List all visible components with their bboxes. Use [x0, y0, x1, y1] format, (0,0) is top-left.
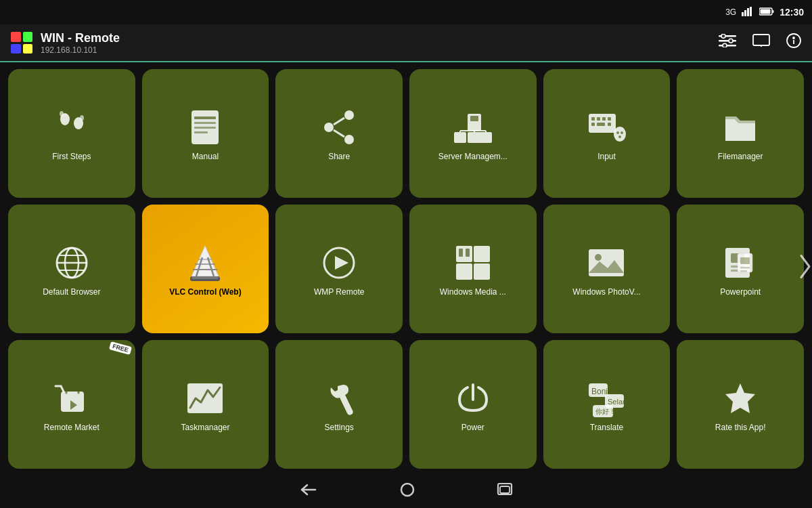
signal-icon [742, 7, 754, 18]
svg-rect-87 [187, 383, 223, 413]
svg-point-12 [723, 43, 727, 47]
back-button[interactable] [299, 482, 318, 501]
svg-text:Selam!: Selam! [608, 398, 627, 406]
app-title: WIN - Remote [41, 31, 120, 45]
home-button[interactable] [399, 482, 415, 502]
tile-power-label: Power [461, 423, 484, 432]
tile-wmp-remote-label: WMP Remote [314, 287, 364, 297]
tile-default-browser-label: Default Browser [43, 287, 100, 297]
svg-rect-34 [470, 116, 478, 121]
svg-rect-97 [401, 484, 413, 496]
svg-rect-42 [591, 117, 595, 121]
info-button[interactable] [786, 33, 801, 52]
title-bar: WIN - Remote 192.168.10.101 [0, 24, 812, 62]
svg-rect-72 [459, 249, 463, 257]
status-time: 12:30 [780, 7, 804, 18]
svg-rect-70 [456, 263, 472, 280]
svg-rect-1 [744, 10, 746, 16]
svg-point-52 [618, 135, 621, 138]
svg-rect-35 [468, 132, 492, 143]
tile-default-browser[interactable]: Default Browser [8, 205, 135, 333]
svg-rect-83 [740, 267, 750, 269]
tile-powerpoint-label: Powerpoint [720, 287, 761, 297]
tile-settings[interactable]: Settings [275, 340, 403, 469]
svg-marker-67 [335, 256, 348, 270]
svg-marker-95 [725, 383, 755, 413]
svg-rect-43 [597, 117, 600, 121]
svg-rect-2 [747, 8, 749, 16]
tile-first-steps[interactable]: First Steps [8, 69, 135, 198]
recent-button[interactable] [497, 482, 513, 501]
settings-button[interactable] [719, 34, 736, 51]
network-icon: 3G [725, 7, 736, 17]
svg-point-10 [721, 34, 725, 38]
svg-point-28 [344, 110, 354, 120]
nav-bar [0, 475, 812, 508]
svg-line-31 [334, 118, 344, 125]
svg-rect-25 [194, 122, 216, 124]
tile-windows-media[interactable]: Windows Media ... [409, 205, 537, 333]
app-logo [11, 32, 32, 54]
tile-input[interactable]: Input [543, 69, 671, 198]
tile-translate-label: Translate [590, 423, 624, 432]
svg-rect-99 [500, 486, 510, 493]
tile-input-label: Input [597, 152, 616, 161]
logo-sq-2 [23, 32, 33, 42]
svg-rect-0 [742, 12, 744, 16]
svg-rect-47 [597, 123, 605, 126]
svg-line-32 [334, 130, 344, 137]
svg-rect-84 [740, 270, 747, 272]
svg-point-22 [80, 115, 84, 121]
title-text: WIN - Remote 192.168.10.101 [41, 31, 120, 55]
svg-rect-73 [466, 249, 470, 257]
svg-rect-69 [474, 246, 490, 262]
svg-rect-5 [773, 10, 774, 13]
logo-sq-3 [11, 44, 21, 54]
svg-rect-68 [456, 246, 472, 262]
tile-server-management-label: Server Managem... [438, 152, 508, 161]
svg-rect-8 [719, 40, 736, 42]
tile-share-label: Share [328, 152, 350, 161]
svg-rect-48 [608, 123, 611, 126]
svg-point-11 [729, 39, 733, 43]
battery-icon [759, 7, 774, 18]
svg-marker-58 [191, 246, 219, 276]
tile-windows-photo[interactable]: Windows PhotoV... [543, 205, 671, 333]
tile-first-steps-label: First Steps [52, 152, 91, 161]
tile-vlc-control-label: VLC Control (Web) [169, 287, 241, 297]
svg-point-21 [60, 111, 64, 117]
logo-sq-4 [23, 44, 33, 54]
tile-share[interactable]: Share [275, 69, 403, 198]
tile-filemanager[interactable]: Filemanager [677, 69, 804, 198]
svg-point-51 [621, 131, 623, 134]
apps-grid: First Steps Manual Share [8, 69, 804, 469]
svg-rect-44 [602, 117, 606, 121]
tile-server-management[interactable]: Server Managem... [409, 69, 537, 198]
svg-rect-9 [719, 45, 736, 47]
svg-rect-24 [194, 117, 216, 119]
tile-power[interactable]: Power [409, 340, 537, 469]
tile-taskmanager[interactable]: Taskmanager [142, 340, 269, 469]
tile-wmp-remote[interactable]: WMP Remote [275, 205, 403, 333]
tile-remote-market[interactable]: FREE Remote Market [8, 340, 135, 469]
status-bar: 3G 12:30 [0, 0, 812, 24]
svg-point-75 [595, 254, 602, 261]
tile-rate-app[interactable]: Rate this App! [677, 340, 804, 469]
tile-manual-label: Manual [192, 152, 219, 161]
main-area: First Steps Manual Share [0, 62, 812, 475]
svg-rect-36 [454, 132, 466, 143]
chevron-right-icon[interactable] [798, 253, 812, 285]
svg-point-30 [344, 135, 354, 144]
free-badge: FREE [109, 341, 132, 355]
svg-rect-3 [750, 7, 752, 16]
svg-rect-6 [761, 9, 771, 14]
tile-rate-app-label: Rate this App! [715, 423, 766, 432]
tile-powerpoint[interactable]: Powerpoint [677, 205, 804, 333]
tile-translate[interactable]: Bonjour! Selam! 你好！ Translate [543, 340, 671, 469]
tile-manual[interactable]: Manual [142, 69, 269, 198]
tile-vlc-control[interactable]: VLC Control (Web) [142, 205, 269, 333]
svg-rect-27 [194, 131, 208, 133]
tile-remote-market-label: Remote Market [44, 423, 99, 432]
display-button[interactable] [752, 34, 770, 51]
svg-rect-85 [61, 391, 84, 412]
